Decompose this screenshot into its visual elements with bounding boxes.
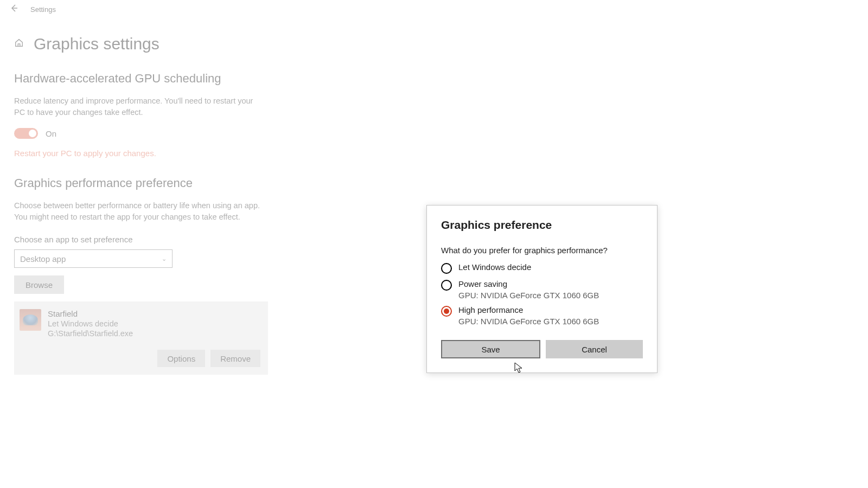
dialog-question: What do you prefer for graphics performa… bbox=[441, 246, 643, 255]
radio-sublabel: GPU: NVIDIA GeForce GTX 1060 6GB bbox=[458, 291, 599, 300]
radio-power-saving[interactable]: Power saving GPU: NVIDIA GeForce GTX 106… bbox=[441, 279, 643, 300]
radio-high-performance[interactable]: High performance GPU: NVIDIA GeForce GTX… bbox=[441, 305, 643, 326]
save-button[interactable]: Save bbox=[441, 340, 540, 358]
dialog-title: Graphics preference bbox=[441, 219, 643, 232]
radio-sublabel: GPU: NVIDIA GeForce GTX 1060 6GB bbox=[458, 317, 599, 326]
radio-icon bbox=[441, 263, 452, 274]
radio-label: Power saving bbox=[458, 279, 599, 288]
graphics-preference-dialog: Graphics preference What do you prefer f… bbox=[426, 205, 658, 373]
cancel-button[interactable]: Cancel bbox=[546, 340, 643, 358]
radio-icon bbox=[441, 306, 452, 317]
radio-label: Let Windows decide bbox=[458, 262, 531, 272]
radio-label: High performance bbox=[458, 305, 599, 314]
radio-icon bbox=[441, 280, 452, 291]
radio-let-windows-decide[interactable]: Let Windows decide bbox=[441, 262, 643, 274]
